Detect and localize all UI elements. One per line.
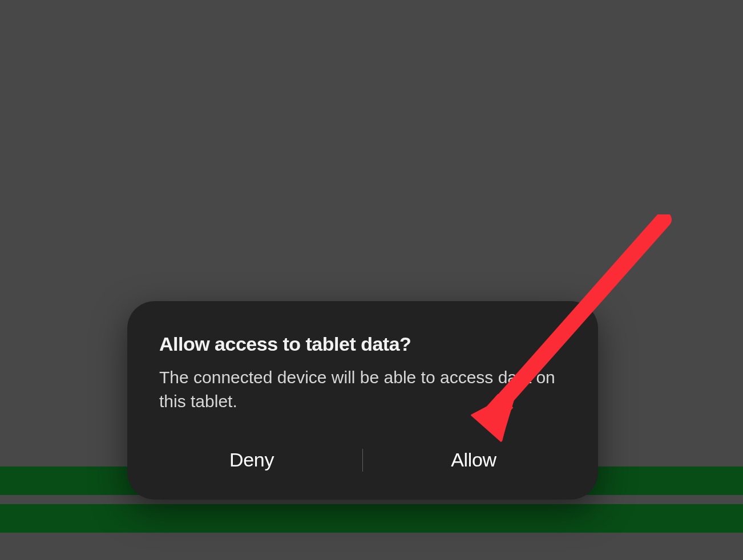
allow-button[interactable]: Allow bbox=[363, 439, 584, 481]
permission-dialog: Allow access to tablet data? The connect… bbox=[127, 301, 598, 500]
deny-button[interactable]: Deny bbox=[141, 439, 362, 481]
dialog-body: The connected device will be able to acc… bbox=[127, 361, 598, 439]
dialog-button-row: Deny Allow bbox=[127, 439, 598, 500]
dialog-title: Allow access to tablet data? bbox=[127, 333, 598, 361]
